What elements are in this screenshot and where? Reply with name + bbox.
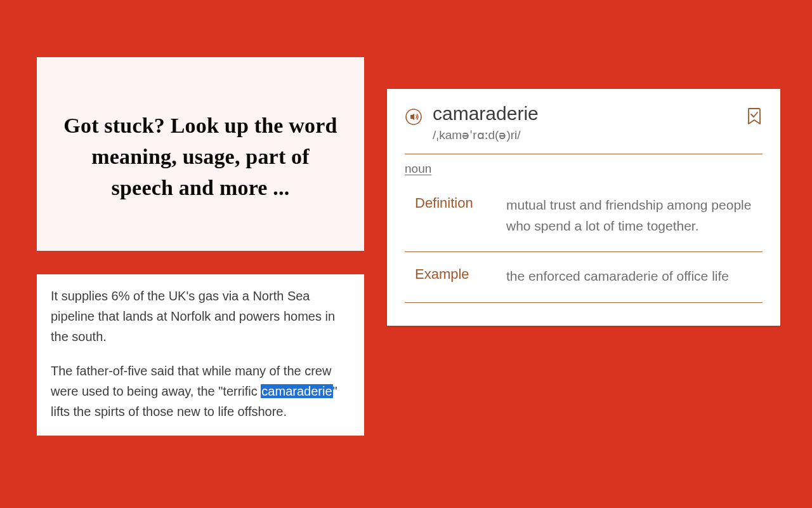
bookmark-icon[interactable] [746, 107, 763, 126]
article-paragraph-2: The father-of-five said that while many … [51, 361, 350, 422]
highlighted-word[interactable]: camaraderie [261, 384, 332, 398]
dictionary-phonetic: /ˌkaməˈrɑːd(ə)ri/ [433, 128, 736, 142]
article-excerpt-card: It supplies 6% of the UK's gas via a Nor… [37, 274, 364, 436]
part-of-speech: noun [405, 162, 431, 175]
definition-row: Definition mutual trust and friendship a… [405, 181, 763, 252]
pronounce-audio-icon[interactable] [405, 108, 422, 126]
dictionary-word: camaraderie [433, 103, 736, 124]
dictionary-title-block: camaraderie /ˌkaməˈrɑːd(ə)ri/ [433, 103, 736, 142]
example-label: Example [415, 266, 490, 283]
definition-text: mutual trust and friendship among people… [506, 195, 757, 236]
dictionary-header: camaraderie /ˌkaməˈrɑːd(ə)ri/ [405, 103, 763, 154]
part-of-speech-row: noun [405, 154, 763, 181]
article-paragraph-1: It supplies 6% of the UK's gas via a Nor… [51, 286, 350, 347]
dictionary-card: camaraderie /ˌkaməˈrɑːd(ə)ri/ noun Defin… [387, 89, 780, 326]
definition-label: Definition [415, 195, 490, 211]
headline-text: Got stuck? Look up the word meaning, usa… [58, 110, 343, 204]
example-text: the enforced camaraderie of office life [506, 266, 757, 287]
example-row: Example the enforced camaraderie of offi… [405, 252, 763, 303]
headline-card: Got stuck? Look up the word meaning, usa… [37, 57, 364, 251]
